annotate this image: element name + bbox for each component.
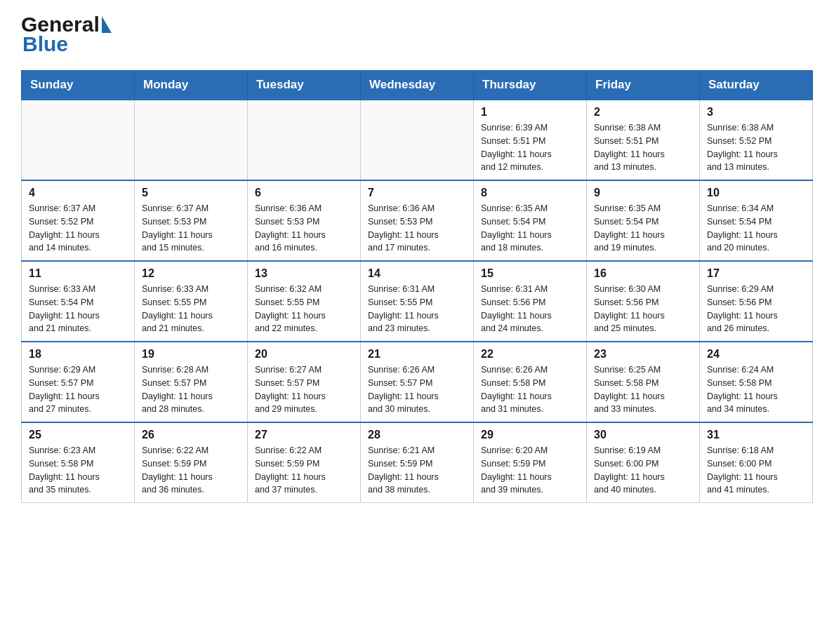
- calendar-cell: 22Sunrise: 6:26 AMSunset: 5:58 PMDayligh…: [474, 342, 587, 422]
- day-info: Sunrise: 6:35 AMSunset: 5:54 PMDaylight:…: [594, 202, 692, 255]
- calendar-cell: 27Sunrise: 6:22 AMSunset: 5:59 PMDayligh…: [248, 422, 361, 503]
- day-number: 5: [142, 187, 240, 199]
- day-info: Sunrise: 6:28 AMSunset: 5:57 PMDaylight:…: [142, 363, 240, 416]
- calendar-cell: 16Sunrise: 6:30 AMSunset: 5:56 PMDayligh…: [587, 261, 700, 342]
- day-info: Sunrise: 6:26 AMSunset: 5:58 PMDaylight:…: [481, 363, 579, 416]
- calendar-cell: [248, 100, 361, 180]
- logo: General Blue: [21, 14, 112, 56]
- day-number: 30: [594, 429, 692, 441]
- day-number: 4: [29, 187, 127, 199]
- calendar-cell: 31Sunrise: 6:18 AMSunset: 6:00 PMDayligh…: [700, 422, 813, 503]
- calendar-cell: 3Sunrise: 6:38 AMSunset: 5:52 PMDaylight…: [700, 100, 813, 180]
- day-number: 10: [707, 187, 805, 199]
- day-number: 13: [255, 267, 353, 280]
- day-number: 17: [707, 267, 805, 280]
- day-number: 26: [142, 429, 240, 441]
- calendar-cell: 29Sunrise: 6:20 AMSunset: 5:59 PMDayligh…: [474, 422, 587, 503]
- day-number: 7: [368, 187, 466, 199]
- day-number: 24: [707, 348, 805, 361]
- day-number: 2: [594, 106, 692, 119]
- day-number: 31: [707, 429, 805, 441]
- calendar-cell: 21Sunrise: 6:26 AMSunset: 5:57 PMDayligh…: [361, 342, 474, 422]
- day-info: Sunrise: 6:38 AMSunset: 5:52 PMDaylight:…: [707, 121, 805, 174]
- calendar-cell: 17Sunrise: 6:29 AMSunset: 5:56 PMDayligh…: [700, 261, 813, 342]
- calendar-cell: 23Sunrise: 6:25 AMSunset: 5:58 PMDayligh…: [587, 342, 700, 422]
- day-number: 3: [707, 106, 805, 119]
- day-info: Sunrise: 6:33 AMSunset: 5:55 PMDaylight:…: [142, 283, 240, 335]
- day-number: 27: [255, 429, 353, 441]
- day-info: Sunrise: 6:33 AMSunset: 5:54 PMDaylight:…: [29, 283, 127, 335]
- day-info: Sunrise: 6:37 AMSunset: 5:53 PMDaylight:…: [142, 202, 240, 255]
- day-info: Sunrise: 6:31 AMSunset: 5:55 PMDaylight:…: [368, 283, 466, 335]
- week-row-2: 4Sunrise: 6:37 AMSunset: 5:52 PMDaylight…: [22, 180, 813, 261]
- day-info: Sunrise: 6:27 AMSunset: 5:57 PMDaylight:…: [255, 363, 353, 416]
- day-number: 11: [29, 267, 127, 280]
- day-number: 15: [481, 267, 579, 280]
- day-info: Sunrise: 6:30 AMSunset: 5:56 PMDaylight:…: [594, 283, 692, 335]
- day-number: 25: [29, 429, 127, 441]
- day-info: Sunrise: 6:39 AMSunset: 5:51 PMDaylight:…: [481, 121, 579, 174]
- day-info: Sunrise: 6:18 AMSunset: 6:00 PMDaylight:…: [707, 444, 805, 497]
- day-info: Sunrise: 6:26 AMSunset: 5:57 PMDaylight:…: [368, 363, 466, 416]
- weekday-header-monday: Monday: [135, 71, 248, 100]
- calendar-cell: 25Sunrise: 6:23 AMSunset: 5:58 PMDayligh…: [22, 422, 135, 503]
- calendar-cell: 1Sunrise: 6:39 AMSunset: 5:51 PMDaylight…: [474, 100, 587, 180]
- calendar-cell: 7Sunrise: 6:36 AMSunset: 5:53 PMDaylight…: [361, 180, 474, 261]
- calendar-cell: 20Sunrise: 6:27 AMSunset: 5:57 PMDayligh…: [248, 342, 361, 422]
- week-row-4: 18Sunrise: 6:29 AMSunset: 5:57 PMDayligh…: [22, 342, 813, 422]
- calendar-cell: 8Sunrise: 6:35 AMSunset: 5:54 PMDaylight…: [474, 180, 587, 261]
- day-info: Sunrise: 6:25 AMSunset: 5:58 PMDaylight:…: [594, 363, 692, 416]
- calendar-cell: 10Sunrise: 6:34 AMSunset: 5:54 PMDayligh…: [700, 180, 813, 261]
- day-info: Sunrise: 6:36 AMSunset: 5:53 PMDaylight:…: [368, 202, 466, 255]
- weekday-header-thursday: Thursday: [474, 71, 587, 100]
- logo-triangle-icon: [102, 16, 112, 33]
- weekday-header-sunday: Sunday: [22, 71, 135, 100]
- day-info: Sunrise: 6:21 AMSunset: 5:59 PMDaylight:…: [368, 444, 466, 497]
- calendar-cell: 28Sunrise: 6:21 AMSunset: 5:59 PMDayligh…: [361, 422, 474, 503]
- day-info: Sunrise: 6:38 AMSunset: 5:51 PMDaylight:…: [594, 121, 692, 174]
- calendar-cell: 26Sunrise: 6:22 AMSunset: 5:59 PMDayligh…: [135, 422, 248, 503]
- day-info: Sunrise: 6:23 AMSunset: 5:58 PMDaylight:…: [29, 444, 127, 497]
- page-header: General Blue: [21, 14, 813, 56]
- weekday-header-wednesday: Wednesday: [361, 71, 474, 100]
- calendar-cell: 15Sunrise: 6:31 AMSunset: 5:56 PMDayligh…: [474, 261, 587, 342]
- week-row-3: 11Sunrise: 6:33 AMSunset: 5:54 PMDayligh…: [22, 261, 813, 342]
- calendar-table: SundayMondayTuesdayWednesdayThursdayFrid…: [21, 70, 813, 503]
- calendar-cell: [135, 100, 248, 180]
- day-number: 6: [255, 187, 353, 199]
- day-info: Sunrise: 6:24 AMSunset: 5:58 PMDaylight:…: [707, 363, 805, 416]
- calendar-cell: 12Sunrise: 6:33 AMSunset: 5:55 PMDayligh…: [135, 261, 248, 342]
- day-info: Sunrise: 6:32 AMSunset: 5:55 PMDaylight:…: [255, 283, 353, 335]
- day-info: Sunrise: 6:31 AMSunset: 5:56 PMDaylight:…: [481, 283, 579, 335]
- calendar-cell: 18Sunrise: 6:29 AMSunset: 5:57 PMDayligh…: [22, 342, 135, 422]
- calendar-cell: 30Sunrise: 6:19 AMSunset: 6:00 PMDayligh…: [587, 422, 700, 503]
- day-number: 14: [368, 267, 466, 280]
- day-info: Sunrise: 6:29 AMSunset: 5:57 PMDaylight:…: [29, 363, 127, 416]
- weekday-header-saturday: Saturday: [700, 71, 813, 100]
- day-info: Sunrise: 6:20 AMSunset: 5:59 PMDaylight:…: [481, 444, 579, 497]
- calendar-cell: 14Sunrise: 6:31 AMSunset: 5:55 PMDayligh…: [361, 261, 474, 342]
- day-number: 22: [481, 348, 579, 361]
- calendar-cell: 19Sunrise: 6:28 AMSunset: 5:57 PMDayligh…: [135, 342, 248, 422]
- day-info: Sunrise: 6:35 AMSunset: 5:54 PMDaylight:…: [481, 202, 579, 255]
- calendar-cell: 2Sunrise: 6:38 AMSunset: 5:51 PMDaylight…: [587, 100, 700, 180]
- day-info: Sunrise: 6:37 AMSunset: 5:52 PMDaylight:…: [29, 202, 127, 255]
- day-number: 29: [481, 429, 579, 441]
- day-number: 9: [594, 187, 692, 199]
- day-number: 20: [255, 348, 353, 361]
- weekday-header-tuesday: Tuesday: [248, 71, 361, 100]
- day-number: 28: [368, 429, 466, 441]
- day-info: Sunrise: 6:19 AMSunset: 6:00 PMDaylight:…: [594, 444, 692, 497]
- calendar-cell: 4Sunrise: 6:37 AMSunset: 5:52 PMDaylight…: [22, 180, 135, 261]
- day-number: 1: [481, 106, 579, 119]
- calendar-cell: 13Sunrise: 6:32 AMSunset: 5:55 PMDayligh…: [248, 261, 361, 342]
- week-row-1: 1Sunrise: 6:39 AMSunset: 5:51 PMDaylight…: [22, 100, 813, 180]
- day-number: 18: [29, 348, 127, 361]
- week-row-5: 25Sunrise: 6:23 AMSunset: 5:58 PMDayligh…: [22, 422, 813, 503]
- day-info: Sunrise: 6:22 AMSunset: 5:59 PMDaylight:…: [255, 444, 353, 497]
- weekday-header-friday: Friday: [587, 71, 700, 100]
- calendar-cell: 11Sunrise: 6:33 AMSunset: 5:54 PMDayligh…: [22, 261, 135, 342]
- logo-blue-text: Blue: [22, 32, 68, 55]
- day-info: Sunrise: 6:29 AMSunset: 5:56 PMDaylight:…: [707, 283, 805, 335]
- calendar-cell: 24Sunrise: 6:24 AMSunset: 5:58 PMDayligh…: [700, 342, 813, 422]
